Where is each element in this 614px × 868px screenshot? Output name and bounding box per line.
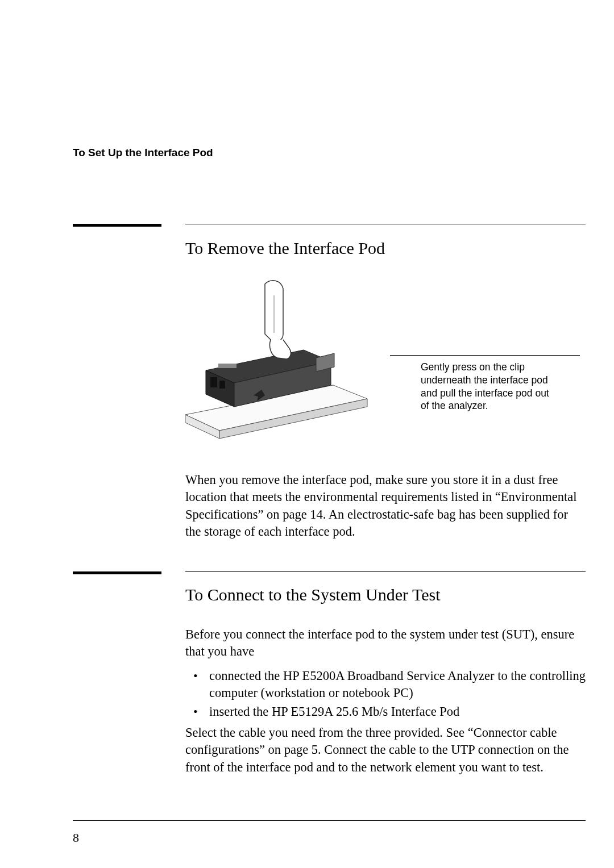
- side-rule: [73, 224, 161, 227]
- svg-rect-8: [218, 364, 237, 368]
- callout-text: Gently press on the clip underneath the …: [421, 361, 557, 412]
- paragraph-cable-select: Select the cable you need from the three…: [185, 724, 586, 776]
- bullet-list: connected the HP E5200A Broadband Servic…: [185, 667, 609, 721]
- footer-rule: [73, 820, 586, 821]
- section-rule: [185, 571, 586, 572]
- section-heading-remove-pod: To Remove the Interface Pod: [185, 239, 385, 258]
- page: To Set Up the Interface Pod To Remove th…: [0, 0, 614, 868]
- paragraph-storage-note: When you remove the interface pod, make …: [185, 471, 586, 541]
- section-rule: [185, 224, 586, 224]
- list-item: inserted the HP E5129A 25.6 Mb/s Interfa…: [209, 703, 609, 720]
- side-rule: [73, 571, 161, 574]
- page-number: 8: [73, 831, 79, 845]
- callout-rule: [390, 355, 580, 356]
- paragraph-sut-intro: Before you connect the interface pod to …: [185, 626, 586, 661]
- svg-rect-7: [219, 381, 225, 389]
- illustration-remove-pod: Gently press on the clip underneath the …: [185, 273, 586, 449]
- list-item: connected the HP E5200A Broadband Servic…: [209, 667, 609, 702]
- interface-pod-illustration-icon: [185, 273, 379, 443]
- svg-rect-6: [210, 377, 217, 387]
- section-heading-connect-sut: To Connect to the System Under Test: [185, 585, 441, 604]
- running-head: To Set Up the Interface Pod: [73, 147, 213, 159]
